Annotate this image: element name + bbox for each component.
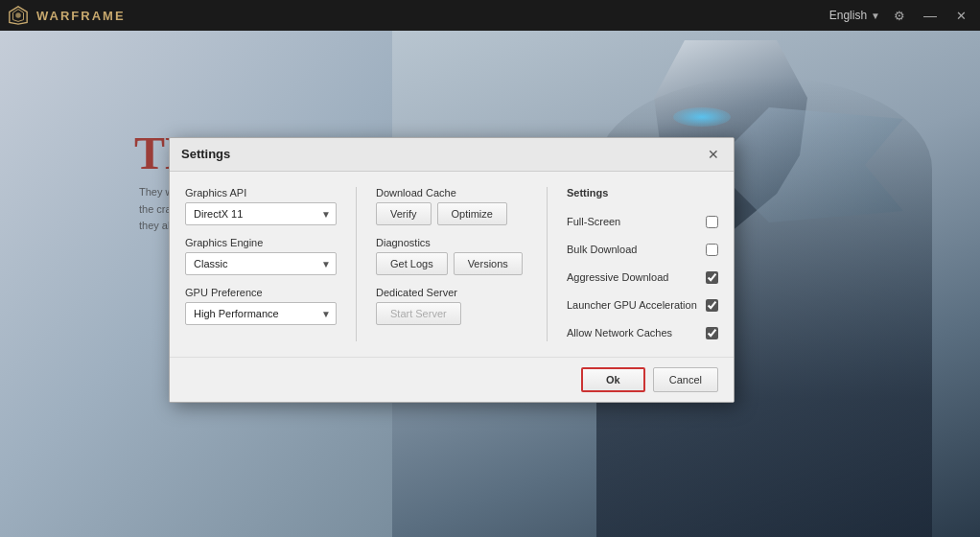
download-cache-label: Download Cache <box>376 187 527 198</box>
minimize-icon: — <box>923 8 937 23</box>
language-label: English <box>829 9 867 22</box>
close-button[interactable]: ✕ <box>949 4 972 27</box>
dialog-body: Graphics API DirectX 11 DirectX 9 OpenGL… <box>170 172 734 357</box>
dialog-title: Settings <box>181 147 230 161</box>
allow-network-checkbox[interactable] <box>706 327 718 339</box>
aggressive-download-checkbox[interactable] <box>706 271 718 284</box>
bulk-download-row: Bulk Download <box>567 242 718 258</box>
graphics-api-select-wrapper: DirectX 11 DirectX 9 OpenGL ▼ <box>185 202 337 225</box>
gpu-preference-group: GPU Preference High Performance Power Sa… <box>185 287 337 325</box>
verify-button[interactable]: Verify <box>376 202 432 225</box>
settings-section-title: Settings <box>567 187 718 198</box>
svg-point-2 <box>15 12 21 18</box>
titlebar-right: English ▼ ⚙ — ✕ <box>829 4 972 27</box>
column-divider-2 <box>547 187 548 341</box>
dedicated-server-label: Dedicated Server <box>376 287 527 298</box>
graphics-engine-select[interactable]: Classic Enhanced <box>185 252 337 275</box>
launcher-gpu-checkbox[interactable] <box>706 299 718 312</box>
graphics-engine-select-wrapper: Classic Enhanced ▼ <box>185 252 337 275</box>
download-cache-buttons: Verify Optimize <box>376 202 527 225</box>
settings-dialog: Settings ✕ Graphics API DirectX 11 Direc… <box>169 137 735 403</box>
dedicated-server-group: Dedicated Server Start Server <box>376 287 527 325</box>
graphics-column: Graphics API DirectX 11 DirectX 9 OpenGL… <box>185 187 337 341</box>
launcher-gpu-row: Launcher GPU Acceleration <box>567 297 718 314</box>
warframe-logo-icon <box>8 5 29 26</box>
settings-button[interactable]: ⚙ <box>888 4 911 27</box>
allow-network-row: Allow Network Caches <box>567 325 718 341</box>
gpu-preference-select-wrapper: High Performance Power Saving Default ▼ <box>185 302 337 325</box>
optimize-button[interactable]: Optimize <box>437 202 507 225</box>
dialog-close-button[interactable]: ✕ <box>705 146 722 163</box>
allow-network-label: Allow Network Caches <box>567 327 672 339</box>
gpu-preference-label: GPU Preference <box>185 287 337 298</box>
dedicated-server-buttons: Start Server <box>376 302 527 325</box>
cancel-button[interactable]: Cancel <box>653 367 718 392</box>
graphics-api-select[interactable]: DirectX 11 DirectX 9 OpenGL <box>185 202 337 225</box>
gear-icon: ⚙ <box>894 9 905 23</box>
dialog-footer: Ok Cancel <box>170 357 734 402</box>
minimize-button[interactable]: — <box>919 4 942 27</box>
titlebar: WARFRAME English ▼ ⚙ — ✕ <box>0 0 980 31</box>
start-server-button[interactable]: Start Server <box>376 302 461 325</box>
full-screen-row: Full-Screen <box>567 214 718 230</box>
gpu-preference-select[interactable]: High Performance Power Saving Default <box>185 302 337 325</box>
language-selector[interactable]: English ▼ <box>829 9 880 22</box>
diagnostics-buttons: Get Logs Versions <box>376 252 527 275</box>
dialog-header: Settings ✕ <box>170 138 734 172</box>
checkboxes-column: Settings Full-Screen Bulk Download Aggre… <box>567 187 718 341</box>
full-screen-checkbox[interactable] <box>706 216 718 228</box>
aggressive-download-label: Aggressive Download <box>567 271 668 283</box>
aggressive-download-row: Aggressive Download <box>567 269 718 286</box>
ok-button[interactable]: Ok <box>581 367 645 392</box>
diagnostics-group: Diagnostics Get Logs Versions <box>376 237 527 275</box>
chevron-down-icon: ▼ <box>871 11 880 21</box>
settings-overlay: Settings ✕ Graphics API DirectX 11 Direc… <box>0 31 980 537</box>
graphics-engine-label: Graphics Engine <box>185 237 337 248</box>
graphics-api-label: Graphics API <box>185 187 337 198</box>
get-logs-button[interactable]: Get Logs <box>376 252 448 275</box>
close-icon: ✕ <box>956 9 967 23</box>
full-screen-label: Full-Screen <box>567 216 620 227</box>
bulk-download-label: Bulk Download <box>567 244 637 255</box>
cache-column: Download Cache Verify Optimize Diagnosti… <box>376 187 527 341</box>
graphics-engine-group: Graphics Engine Classic Enhanced ▼ <box>185 237 337 275</box>
titlebar-left: WARFRAME <box>8 5 126 26</box>
diagnostics-label: Diagnostics <box>376 237 527 248</box>
app-title: WARFRAME <box>36 9 126 23</box>
launcher-gpu-label: Launcher GPU Acceleration <box>567 299 697 311</box>
bulk-download-checkbox[interactable] <box>706 244 718 256</box>
download-cache-group: Download Cache Verify Optimize <box>376 187 527 225</box>
column-divider-1 <box>356 187 357 341</box>
graphics-api-group: Graphics API DirectX 11 DirectX 9 OpenGL… <box>185 187 337 225</box>
versions-button[interactable]: Versions <box>454 252 523 275</box>
